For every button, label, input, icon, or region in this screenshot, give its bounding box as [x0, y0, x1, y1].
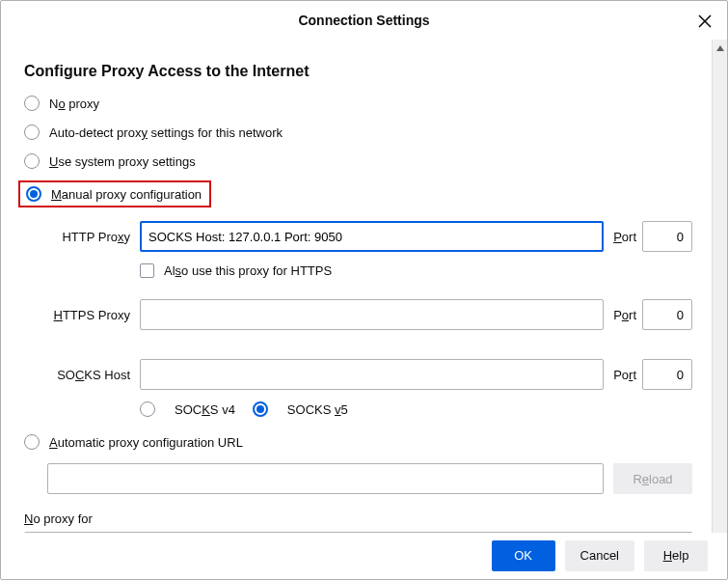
close-icon: [697, 14, 713, 29]
http-port-label: Port: [613, 230, 636, 244]
radio-label: Use system proxy settings: [49, 154, 196, 169]
section-title: Configure Proxy Access to the Internet: [24, 63, 692, 80]
titlebar: Connection Settings: [1, 1, 727, 40]
https-port-input[interactable]: [642, 299, 692, 330]
radio-no-proxy[interactable]: No proxy: [24, 96, 692, 111]
dialog-title: Connection Settings: [298, 13, 429, 28]
radio-auto-detect[interactable]: Auto-detect proxy settings for this netw…: [24, 124, 692, 140]
help-button[interactable]: Help: [644, 540, 708, 571]
radio-label: No proxy: [49, 97, 99, 111]
scrollbar-vertical[interactable]: [712, 40, 727, 532]
radio-icon: [24, 124, 40, 140]
radio-pac-url[interactable]: Automatic proxy configuration URL: [24, 434, 692, 450]
radio-socks-v4[interactable]: SOCKS v4: [140, 401, 235, 417]
http-port-input[interactable]: [642, 221, 692, 252]
http-proxy-input[interactable]: [140, 221, 604, 252]
pac-url-input[interactable]: [47, 463, 604, 494]
radio-icon: [253, 401, 268, 417]
radio-system-proxy[interactable]: Use system proxy settings: [24, 153, 692, 169]
radio-label: SOCKS v4: [175, 402, 235, 417]
radio-icon: [24, 153, 40, 169]
also-https-checkbox[interactable]: Also use this proxy for HTTPS: [140, 263, 692, 278]
radio-label: Automatic proxy configuration URL: [49, 435, 243, 450]
cancel-button[interactable]: Cancel: [565, 540, 634, 571]
connection-settings-dialog: Connection Settings Configure Proxy Acce…: [0, 0, 728, 580]
checkbox-label: Also use this proxy for HTTPS: [164, 263, 332, 278]
radio-icon: [24, 434, 40, 450]
socks-port-input[interactable]: [642, 359, 692, 390]
https-port-label: Port: [613, 308, 636, 322]
radio-label: Manual proxy configuration: [51, 187, 202, 202]
socks-port-label: Port: [613, 368, 636, 382]
radio-icon: [24, 96, 40, 111]
http-proxy-label: HTTP Proxy: [24, 230, 140, 244]
checkbox-icon: [140, 263, 154, 278]
radio-icon: [26, 186, 41, 202]
radio-label: SOCKS v5: [287, 402, 348, 417]
dialog-content: Configure Proxy Access to the Internet N…: [1, 40, 712, 532]
radio-label: Auto-detect proxy settings for this netw…: [49, 125, 283, 140]
radio-manual-proxy[interactable]: Manual proxy configuration: [18, 180, 211, 207]
ok-button[interactable]: OK: [492, 540, 555, 571]
radio-socks-v5[interactable]: SOCKS v5: [253, 401, 348, 417]
radio-icon: [140, 401, 155, 417]
dialog-footer: OK Cancel Help: [1, 533, 727, 579]
socks-host-input[interactable]: [140, 359, 604, 390]
close-button[interactable]: [690, 7, 719, 36]
https-proxy-input[interactable]: [140, 299, 604, 330]
no-proxy-for-label: No proxy for: [24, 511, 692, 526]
https-proxy-label: HTTPS Proxy: [24, 308, 140, 322]
scroll-up-icon: [716, 45, 724, 51]
socks-host-label: SOCKS Host: [24, 368, 140, 382]
reload-button[interactable]: Reload: [613, 463, 692, 494]
